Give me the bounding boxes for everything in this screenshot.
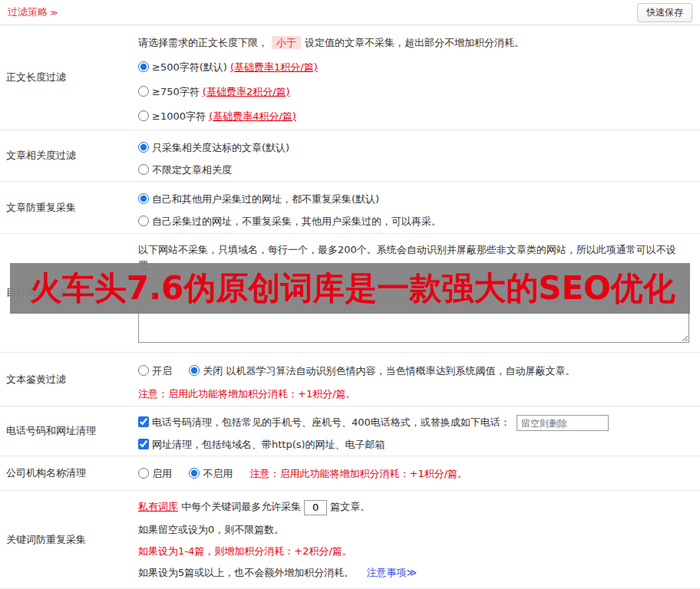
- option-label: ≥500字符(默认): [152, 61, 227, 73]
- radio-porn-on[interactable]: [138, 365, 149, 376]
- row-porn-filter: 文本鉴黄过滤 开启 关闭 以机器学习算法自动识别色情内容，当色情概率达到系统阈值…: [0, 353, 700, 406]
- radio-porn-off[interactable]: [189, 365, 200, 376]
- checkbox-url-clean[interactable]: [138, 439, 149, 449]
- option-label: 自己采集过的网址，不重复采集，其他用户采集过的，可以再采。: [152, 216, 441, 227]
- porn-filter-cost-note: 注意：启用此功能将增加积分消耗：+1积分/篇。: [138, 386, 689, 402]
- option-label: 不启用: [203, 468, 233, 479]
- line1-suffix-text: 篇文章。: [330, 501, 370, 512]
- radio-dedup-global[interactable]: [138, 193, 149, 204]
- option-cost-note: (基础费率2积分/篇): [203, 86, 290, 97]
- row-keyword-limit: 关键词防重复采集 私有词库 中每个关键词最多允许采集篇文章。 如果留空或设为0，…: [0, 491, 700, 589]
- chevron-double-icon: ≫: [50, 8, 58, 17]
- keyword-limit-line4: 如果设为5篇或以上，也不会额外增加积分消耗。 注意事项≫: [138, 564, 689, 581]
- row-relevance-filter: 文章相关度过滤 只采集相关度达标的文章(默认) 不限定文章相关度: [0, 130, 700, 182]
- porn-filter-options: 开启 关闭 以机器学习算法自动识别色情内容，当色情概率达到系统阈值，自动屏蔽文章…: [138, 363, 689, 379]
- option-label: ≥750字符: [152, 86, 200, 97]
- length-option-1000[interactable]: ≥1000字符 (基础费率4积分/篇): [138, 108, 689, 124]
- intro-prefix: 请选择需求的正文长度下限，: [138, 37, 268, 48]
- keyword-limit-line2: 如果留空或设为0，则不限篇数。: [138, 522, 689, 538]
- phone-clean-line: 电话号码清理，包括常见的手机号、座机号、400电话格式，或替换成如下电话：: [138, 413, 689, 432]
- porn-option-on[interactable]: 开启: [138, 365, 175, 377]
- phone-clean-option[interactable]: 电话号码清理，包括常见的手机号、座机号、400电话格式，或替换成如下电话：: [138, 416, 513, 428]
- url-clean-option[interactable]: 网址清理，包括纯域名、带http(s)的网址、电子邮箱: [138, 439, 385, 450]
- option-label: 不限定文章相关度: [152, 164, 232, 176]
- row-label-body-length: 正文长度过滤: [0, 25, 138, 130]
- row-label-dedup: 文章防重复采集: [0, 182, 138, 233]
- watermark-text: 火车头7.6伪原创词库是一款强大的SEO优化: [30, 267, 675, 310]
- option-label: ≥1000字符: [152, 110, 206, 122]
- porn-filter-desc: 以机器学习算法自动识别色情内容，当色情概率达到系统阈值，自动屏蔽文章。: [226, 365, 575, 377]
- row-dedup-filter: 文章防重复采集 自己和其他用户采集过的网址，都不重复采集(默认) 自己采集过的网…: [0, 182, 700, 234]
- option-label: 关闭: [203, 365, 223, 377]
- row-body-length-filter: 正文长度过滤 请选择需求的正文长度下限，小于设定值的文章不采集，超出部分不增加积…: [0, 25, 700, 130]
- option-cost-note: (基础费率4积分/篇): [209, 110, 296, 122]
- page-title-text: 过滤策略: [8, 6, 48, 18]
- length-option-500[interactable]: ≥500字符(默认) (基础费率1积分/篇): [138, 59, 689, 75]
- option-label: 启用: [152, 468, 172, 479]
- row-phone-url-clean: 电话号码和网址清理 电话号码清理，包括常见的手机号、座机号、400电话格式，或替…: [0, 406, 700, 456]
- option-label: 网址清理，包括纯域名、带http(s)的网址、电子邮箱: [152, 439, 385, 450]
- less-than-tag: 小于: [272, 36, 301, 49]
- porn-option-off[interactable]: 关闭: [189, 365, 226, 377]
- page-title: 过滤策略≫: [8, 5, 58, 19]
- row-label-relevance: 文章相关度过滤: [0, 130, 138, 181]
- url-clean-line: 网址清理，包括纯域名、带http(s)的网址、电子邮箱: [138, 436, 689, 454]
- radio-relevance-strict[interactable]: [138, 142, 149, 153]
- max-articles-input[interactable]: [304, 500, 327, 515]
- row-company-clean: 公司机构名称清理 启用 不启用 注意：启用此功能将增加积分消耗：+1积分/篇。: [0, 456, 700, 491]
- intro-suffix: 设定值的文章不采集，超出部分不增加积分消耗。: [305, 37, 524, 48]
- line4-text: 如果设为5篇或以上，也不会额外增加积分消耗。: [138, 567, 354, 578]
- length-option-750[interactable]: ≥750字符 (基础费率2积分/篇): [138, 84, 689, 100]
- option-label: 电话号码清理，包括常见的手机号、座机号、400电话格式，或替换成如下电话：: [152, 416, 510, 428]
- header-bar: 过滤策略≫ 快速保存: [0, 0, 700, 25]
- relevance-option-any[interactable]: 不限定文章相关度: [138, 162, 689, 178]
- company-option-off[interactable]: 不启用: [189, 468, 236, 479]
- radio-company-on[interactable]: [138, 468, 149, 479]
- dedup-option-self[interactable]: 自己采集过的网址，不重复采集，其他用户采集过的，可以再采。: [138, 213, 689, 229]
- row-label-keyword-limit: 关键词防重复采集: [0, 491, 138, 588]
- company-clean-cost-note: 注意：启用此功能将增加积分消耗：+1积分/篇。: [250, 468, 468, 479]
- row-label-company-clean: 公司机构名称清理: [0, 456, 138, 490]
- keyword-limit-line1: 私有词库 中每个关键词最多允许采集篇文章。: [138, 498, 689, 516]
- watermark-banner: 火车头7.6伪原创词库是一款强大的SEO优化: [10, 263, 690, 314]
- keyword-limit-cost-note: 如果设为1-4篇，则增加积分消耗：+2积分/篇。: [138, 543, 689, 559]
- line1-mid-text: 中每个关键词最多允许采集: [181, 501, 301, 512]
- radio-company-off[interactable]: [189, 468, 200, 479]
- notes-link[interactable]: 注意事项≫: [367, 567, 418, 578]
- row-label-phone-url: 电话号码和网址清理: [0, 406, 138, 456]
- option-cost-note: (基础费率1积分/篇): [230, 61, 318, 73]
- radio-relevance-any[interactable]: [138, 164, 149, 175]
- relevance-option-strict[interactable]: 只采集相关度达标的文章(默认): [138, 140, 689, 156]
- checkbox-phone-clean[interactable]: [138, 416, 149, 427]
- radio-length-1000[interactable]: [138, 110, 149, 121]
- company-option-on[interactable]: 启用: [138, 468, 175, 479]
- radio-length-500[interactable]: [138, 61, 149, 72]
- dedup-option-global[interactable]: 自己和其他用户采集过的网址，都不重复采集(默认): [138, 191, 689, 207]
- company-clean-options: 启用 不启用 注意：启用此功能将增加积分消耗：+1积分/篇。: [138, 466, 689, 482]
- private-thesaurus-link[interactable]: 私有词库: [138, 501, 178, 512]
- quick-save-button[interactable]: 快速保存: [637, 3, 692, 22]
- row-label-porn-filter: 文本鉴黄过滤: [0, 353, 138, 406]
- option-label: 只采集相关度达标的文章(默认): [152, 142, 289, 153]
- option-label: 开启: [152, 365, 172, 377]
- radio-length-750[interactable]: [138, 86, 149, 97]
- replacement-phone-input[interactable]: [517, 415, 609, 431]
- body-length-intro: 请选择需求的正文长度下限，小于设定值的文章不采集，超出部分不增加积分消耗。: [138, 35, 689, 51]
- option-label: 自己和其他用户采集过的网址，都不重复采集(默认): [152, 193, 379, 205]
- radio-dedup-self[interactable]: [138, 216, 149, 226]
